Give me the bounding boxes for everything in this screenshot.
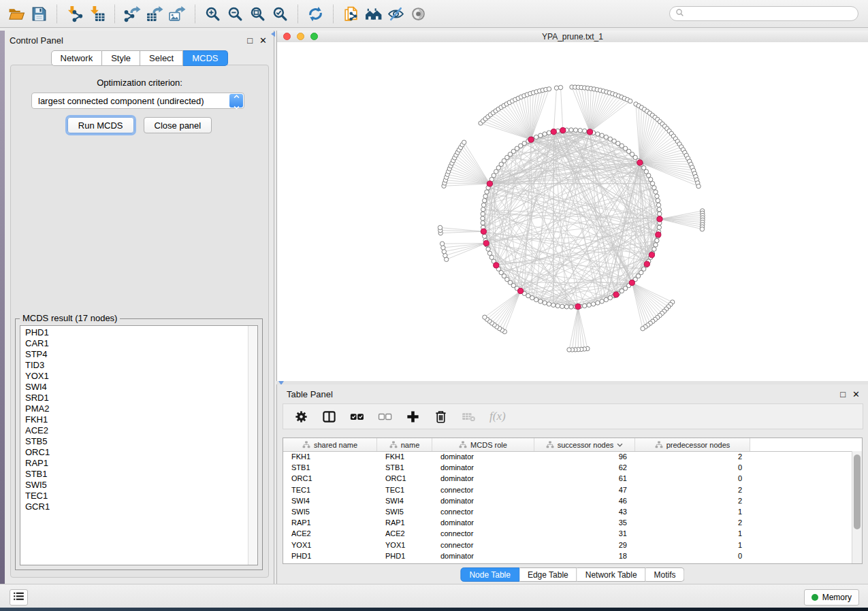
tab-edge-table[interactable]: Edge Table — [519, 567, 577, 582]
gear-button[interactable] — [293, 408, 309, 425]
control-panel-header: Control Panel □ ✕ — [5, 31, 274, 48]
result-item[interactable]: GCR1 — [20, 501, 248, 512]
close-window-icon[interactable] — [283, 33, 291, 40]
export-table-button[interactable] — [144, 3, 166, 25]
add-column-button[interactable] — [404, 408, 421, 425]
cell: RAP1 — [377, 518, 432, 527]
result-item[interactable]: ORC1 — [20, 447, 248, 458]
column-header-predecessor-nodes[interactable]: predecessor nodes — [635, 438, 750, 451]
table-row[interactable]: ORC1ORC1dominator610 — [283, 473, 852, 484]
zoom-in-button[interactable] — [202, 3, 224, 25]
cell: FKH1 — [283, 452, 377, 461]
search-input[interactable] — [684, 7, 858, 20]
table-row[interactable]: SWI4SWI4dominator462 — [283, 495, 852, 506]
table-row[interactable]: TEC1TEC1connector472 — [283, 484, 852, 495]
tab-mcds[interactable]: MCDS — [183, 50, 227, 66]
table-toolbar: f(x) — [283, 403, 863, 429]
cell: dominator — [432, 497, 534, 505]
cell: 29 — [534, 541, 635, 549]
open-folder-button[interactable] — [5, 3, 28, 25]
table-row[interactable]: RAP1RAP1dominator352 — [283, 517, 852, 528]
hide-selected-icon — [387, 5, 404, 22]
save-button[interactable] — [28, 3, 50, 25]
tab-network-table[interactable]: Network Table — [577, 567, 646, 582]
result-item[interactable]: STP4 — [20, 349, 248, 360]
close-panel-icon[interactable]: ✕ — [259, 36, 267, 45]
hide-selected-button[interactable] — [385, 3, 407, 25]
table-row[interactable]: STB1STB1dominator620 — [283, 462, 852, 473]
tab-select[interactable]: Select — [140, 50, 183, 66]
tab-network[interactable]: Network — [50, 50, 102, 66]
table-scrollbar-thumb[interactable] — [854, 455, 861, 529]
export-image-button[interactable] — [166, 3, 189, 25]
close-panel-button[interactable]: Close panel — [144, 117, 212, 133]
export-network-button[interactable] — [121, 3, 144, 25]
task-history-button[interactable] — [10, 589, 28, 606]
close-table-panel-icon[interactable]: ✕ — [852, 390, 860, 399]
uncheck-all-button[interactable] — [376, 408, 393, 425]
result-item[interactable]: SRD1 — [20, 393, 248, 403]
clone-network-button[interactable] — [340, 3, 362, 25]
delete-column-button[interactable] — [432, 408, 449, 425]
memory-button[interactable]: Memory — [804, 589, 859, 606]
float-panel-icon[interactable]: □ — [247, 36, 253, 45]
table-row[interactable]: PHD1PHD1dominator180 — [283, 550, 852, 561]
result-item[interactable]: PMA2 — [20, 403, 248, 414]
cell: 2 — [635, 518, 750, 527]
cell: TEC1 — [377, 486, 432, 494]
show-neighbors-button[interactable] — [362, 3, 385, 25]
tab-motifs[interactable]: Motifs — [646, 567, 685, 582]
result-item[interactable]: TID3 — [20, 360, 248, 371]
result-item[interactable]: PHD1 — [20, 327, 248, 338]
column-header-successor-nodes[interactable]: successor nodes — [534, 438, 635, 451]
zoom-out-button[interactable] — [224, 3, 246, 25]
cell: connector — [432, 529, 534, 538]
import-table-button[interactable] — [86, 3, 108, 25]
result-item[interactable]: RAP1 — [20, 458, 248, 469]
zoom-fit-button[interactable] — [246, 3, 269, 25]
panes-button[interactable] — [321, 408, 337, 425]
cell: connector — [432, 508, 534, 516]
table-row[interactable]: SWI5SWI5connector431 — [283, 506, 852, 517]
result-list-scrollbar[interactable] — [248, 326, 257, 565]
cell: YOX1 — [377, 541, 432, 549]
result-item[interactable]: SWI4 — [20, 382, 248, 393]
result-item[interactable]: YOX1 — [20, 371, 248, 382]
dropdown-stepper-icon[interactable] — [229, 94, 243, 108]
float-table-panel-icon[interactable]: □ — [840, 390, 846, 399]
result-item[interactable]: CAR1 — [20, 338, 248, 349]
tab-node-table[interactable]: Node Table — [460, 567, 519, 582]
check-all-icon — [350, 410, 364, 424]
result-item[interactable]: FKH1 — [20, 414, 248, 425]
show-all-button[interactable] — [407, 3, 430, 25]
run-mcds-button[interactable]: Run MCDS — [67, 117, 134, 133]
tab-style[interactable]: Style — [102, 50, 140, 66]
zoom-selected-button[interactable] — [269, 3, 291, 25]
result-item[interactable]: ACE2 — [20, 425, 248, 436]
table-row[interactable]: YOX1YOX1connector291 — [283, 540, 852, 550]
import-network-button[interactable] — [63, 3, 86, 25]
result-item[interactable]: STB1 — [20, 469, 248, 480]
search-box[interactable] — [669, 6, 858, 21]
table-header-row: shared namenameMCDS rolesuccessor nodesp… — [283, 438, 862, 452]
network-window-titlebar[interactable]: YPA_prune.txt_1 — [277, 31, 868, 43]
column-header-shared-name[interactable]: shared name — [283, 438, 377, 451]
column-header-MCDS-role[interactable]: MCDS role — [432, 438, 534, 451]
table-row[interactable]: FKH1FKH1dominator962 — [283, 451, 852, 462]
cell: 0 — [635, 474, 750, 482]
minimize-window-icon[interactable] — [297, 33, 304, 40]
network-canvas[interactable] — [277, 42, 868, 380]
control-tabs: NetworkStyleSelectMCDS — [50, 50, 227, 66]
splitter-collapse-icon[interactable] — [271, 31, 275, 37]
check-all-button[interactable] — [349, 408, 365, 425]
maximize-window-icon[interactable] — [310, 33, 318, 40]
criterion-dropdown[interactable]: largest connected component (undirected) — [31, 93, 244, 109]
table-scrollbar[interactable] — [852, 451, 862, 563]
result-item[interactable]: TEC1 — [20, 491, 248, 501]
table-row[interactable]: ACE2ACE2connector311 — [283, 528, 852, 539]
result-item[interactable]: SWI5 — [20, 480, 248, 491]
cell: 43 — [534, 508, 635, 516]
refresh-layout-button[interactable] — [304, 3, 327, 25]
column-header-name[interactable]: name — [377, 438, 432, 451]
result-item[interactable]: STB5 — [20, 436, 248, 447]
